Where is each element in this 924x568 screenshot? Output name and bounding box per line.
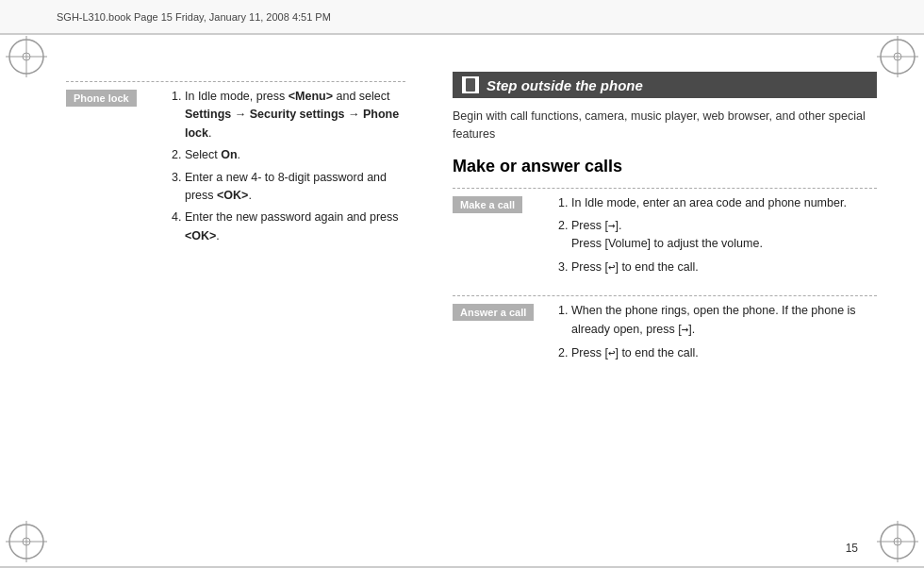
list-item: Enter the new password again and press <… bbox=[185, 209, 405, 245]
step-title-box: Step outside the phone bbox=[453, 72, 877, 98]
make-call-label: Make a call bbox=[453, 196, 522, 213]
section-heading: Make or answer calls bbox=[453, 157, 877, 176]
header-text: SGH-L310.book Page 15 Friday, January 11… bbox=[57, 11, 331, 23]
list-item: Press [→].Press [Volume] to adjust the v… bbox=[571, 216, 877, 254]
make-call-steps: In Idle mode, enter an area code and pho… bbox=[556, 194, 877, 277]
list-item: Press [↩] to end the call. bbox=[571, 258, 877, 276]
phone-lock-section: Phone lock In Idle mode, press <Menu> an… bbox=[66, 81, 405, 249]
phone-lock-label: Phone lock bbox=[66, 90, 137, 107]
list-item: In Idle mode, press <Menu> and select Se… bbox=[185, 88, 405, 142]
step-title: Step outside the phone bbox=[487, 77, 643, 93]
make-call-content: In Idle mode, enter an area code and pho… bbox=[556, 194, 877, 281]
list-item: When the phone rings, open the phone. If… bbox=[571, 302, 877, 340]
section-intro: Begin with call functions, camera, music… bbox=[453, 108, 877, 143]
answer-call-label: Answer a call bbox=[453, 304, 534, 321]
list-item: Press [↩] to end the call. bbox=[571, 343, 877, 362]
make-call-label-cell: Make a call bbox=[453, 194, 556, 213]
book-icon bbox=[462, 76, 479, 93]
page-number: 15 bbox=[846, 542, 858, 555]
answer-call-section: Answer a call When the phone rings, open… bbox=[453, 295, 877, 366]
list-item: Select On. bbox=[185, 146, 405, 164]
list-item: Enter a new 4- to 8-digit password and p… bbox=[185, 169, 405, 206]
phone-lock-label-cell: Phone lock bbox=[66, 88, 170, 107]
phone-lock-steps: In Idle mode, press <Menu> and select Se… bbox=[170, 88, 405, 245]
left-column: Phone lock In Idle mode, press <Menu> an… bbox=[0, 34, 434, 568]
phone-lock-content: In Idle mode, press <Menu> and select Se… bbox=[170, 88, 405, 249]
answer-call-label-cell: Answer a call bbox=[453, 302, 556, 321]
main-content: Phone lock In Idle mode, press <Menu> an… bbox=[0, 34, 924, 568]
list-item: In Idle mode, enter an area code and pho… bbox=[571, 194, 877, 212]
right-column: Step outside the phone Begin with call f… bbox=[434, 34, 924, 568]
header-bar: SGH-L310.book Page 15 Friday, January 11… bbox=[0, 0, 924, 34]
answer-call-steps: When the phone rings, open the phone. If… bbox=[556, 302, 877, 362]
make-call-section: Make a call In Idle mode, enter an area … bbox=[453, 188, 877, 281]
answer-call-content: When the phone rings, open the phone. If… bbox=[556, 302, 877, 366]
